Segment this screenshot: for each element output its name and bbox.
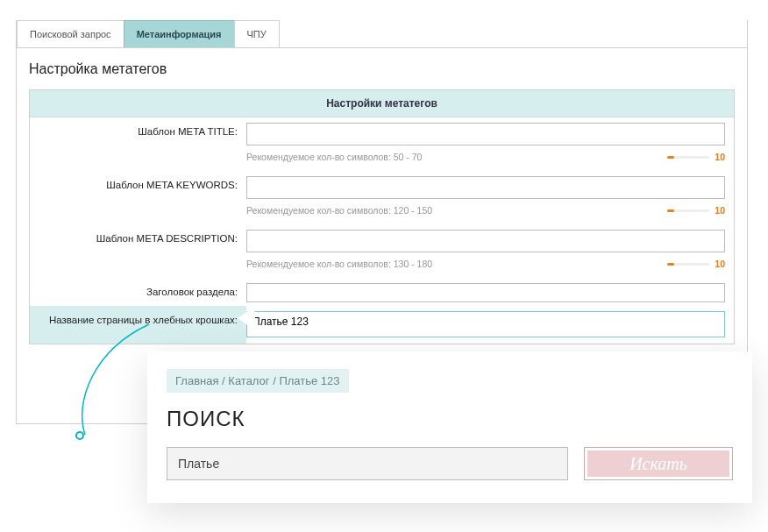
row-meta-title: Шаблон META TITLE: Рекомендуемое кол-во …: [30, 117, 734, 171]
meter-meta-description: 10: [667, 259, 725, 269]
label-breadcrumb-name: Название страницы в хлебных крошках:: [30, 306, 246, 330]
meter-meta-title: 10: [667, 152, 725, 162]
hint-meta-description: Рекомендуемое кол-во символов: 130 - 180: [246, 259, 432, 269]
panel-title: Настройка метатегов: [29, 61, 735, 77]
settings-box: Настройки метатегов Шаблон META TITLE: Р…: [29, 89, 735, 344]
tab-meta-info[interactable]: Метаинформация: [124, 20, 235, 47]
row-meta-description: Шаблон META DESCRIPTION: Рекомендуемое к…: [30, 224, 734, 278]
label-meta-title: Шаблон META TITLE:: [30, 117, 246, 142]
label-meta-description: Шаблон META DESCRIPTION:: [30, 224, 246, 249]
input-breadcrumb-name[interactable]: Платье 123: [246, 311, 725, 337]
input-meta-title[interactable]: [246, 123, 725, 145]
search-input[interactable]: [167, 447, 568, 480]
input-meta-description[interactable]: [246, 230, 725, 252]
label-meta-keywords: Шаблон META KEYWORDS:: [30, 171, 246, 195]
settings-header: Настройки метатегов: [30, 90, 734, 117]
hint-meta-title: Рекомендуемое кол-во символов: 50 - 70: [246, 152, 422, 162]
input-section-heading[interactable]: [246, 283, 725, 302]
tab-search-query[interactable]: Поисковой запрос: [17, 20, 124, 47]
search-heading: ПОИСК: [167, 407, 733, 431]
input-meta-keywords[interactable]: [246, 176, 725, 199]
hint-meta-keywords: Рекомендуемое кол-во символов: 120 - 150: [246, 205, 432, 216]
tab-chpu[interactable]: ЧПУ: [234, 20, 280, 47]
connector-endpoint-icon: [75, 431, 84, 440]
site-preview-card: Главная / Каталог / Платье 123 ПОИСК Иск…: [147, 351, 752, 503]
breadcrumb: Главная / Каталог / Платье 123: [167, 369, 349, 393]
tabs: Поисковой запрос Метаинформация ЧПУ: [17, 20, 747, 48]
search-button[interactable]: Искать: [584, 447, 733, 480]
row-section-heading: Заголовок раздела:: [30, 278, 734, 306]
label-section-heading: Заголовок раздела:: [30, 278, 246, 302]
row-meta-keywords: Шаблон META KEYWORDS: Рекомендуемое кол-…: [30, 171, 734, 224]
row-breadcrumb-name: Название страницы в хлебных крошках: Пла…: [30, 306, 734, 344]
meter-meta-keywords: 10: [667, 205, 725, 216]
